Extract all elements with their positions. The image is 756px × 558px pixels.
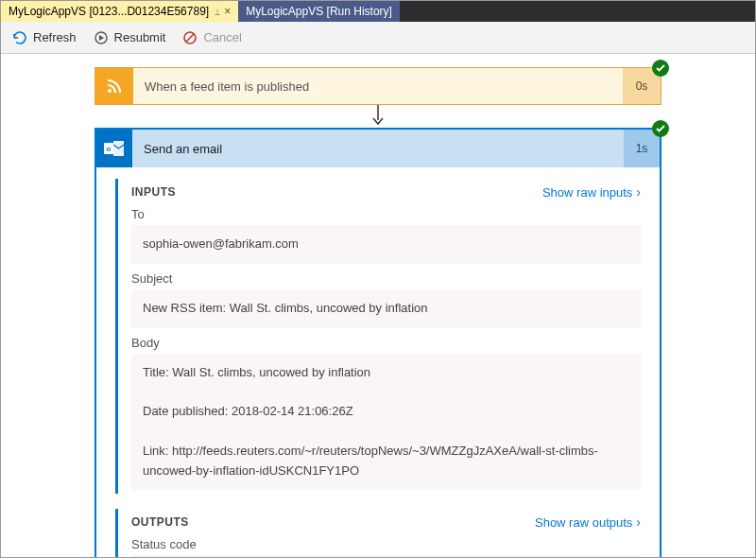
outlook-icon: o	[96, 130, 132, 167]
outputs-section: OUTPUTS Show raw outputs › Status code 2…	[115, 509, 641, 558]
resubmit-label: Resubmit	[114, 30, 166, 44]
tab-run-history[interactable]: MyLogicAppVS [Run History]	[238, 1, 400, 22]
trigger-card[interactable]: When a feed item is published 0s	[94, 67, 662, 105]
tab-label: MyLogicAppVS [Run History]	[246, 5, 392, 18]
show-raw-outputs-label: Show raw outputs	[535, 515, 632, 530]
refresh-label: Refresh	[33, 30, 77, 44]
body-label: Body	[131, 336, 641, 350]
refresh-icon	[12, 30, 27, 45]
pin-icon[interactable]: ⟂	[215, 7, 220, 17]
body-value: Title: Wall St. climbs, uncowed by infla…	[131, 354, 641, 491]
action-duration: 1s	[624, 130, 660, 167]
inputs-section: INPUTS Show raw inputs › To sophia-owen@…	[115, 179, 641, 494]
subject-label: Subject	[131, 271, 641, 286]
toolbar: Refresh Resubmit Cancel	[1, 22, 755, 54]
designer-canvas: When a feed item is published 0s o Send …	[1, 54, 755, 558]
resubmit-icon	[94, 30, 109, 45]
show-raw-inputs-link[interactable]: Show raw inputs ›	[542, 184, 641, 200]
connector-arrow	[1, 105, 755, 128]
show-raw-inputs-label: Show raw inputs	[542, 185, 632, 200]
close-icon[interactable]: ×	[224, 5, 231, 18]
resubmit-button[interactable]: Resubmit	[94, 30, 166, 45]
body-line: Title: Wall St. climbs, uncowed by infla…	[143, 363, 629, 383]
action-body: INPUTS Show raw inputs › To sophia-owen@…	[96, 167, 660, 558]
rss-icon	[95, 68, 133, 104]
trigger-title: When a feed item is published	[133, 68, 623, 104]
tab-label: MyLogicAppVS [0123...D01234E56789]	[9, 5, 209, 18]
action-header[interactable]: o Send an email 1s	[96, 130, 660, 167]
outputs-title: OUTPUTS	[131, 515, 189, 529]
inputs-title: INPUTS	[131, 185, 176, 199]
tab-run-details[interactable]: MyLogicAppVS [0123...D01234E56789] ⟂ ×	[1, 1, 238, 22]
action-title: Send an email	[132, 130, 624, 167]
svg-text:o: o	[107, 145, 112, 153]
chevron-right-icon: ›	[636, 184, 641, 200]
cancel-icon	[182, 30, 198, 45]
body-line: Link: http://feeds.reuters.com/~r/reuter…	[143, 442, 629, 481]
tab-strip: MyLogicAppVS [0123...D01234E56789] ⟂ × M…	[1, 1, 755, 22]
svg-line-2	[186, 34, 194, 42]
svg-point-4	[108, 89, 112, 93]
action-card[interactable]: o Send an email 1s INPUTS Show raw input…	[94, 128, 662, 558]
chevron-right-icon: ›	[636, 514, 641, 530]
subject-value: New RSS item: Wall St. climbs, uncowed b…	[131, 289, 641, 328]
to-label: To	[131, 207, 641, 221]
cancel-label: Cancel	[203, 30, 241, 44]
cancel-button: Cancel	[182, 30, 241, 45]
status-code-label: Status code	[131, 537, 641, 551]
refresh-button[interactable]: Refresh	[12, 30, 77, 45]
to-value: sophia-owen@fabrikam.com	[131, 225, 641, 264]
body-line: Date published: 2018-02-14 21:06:26Z	[143, 402, 629, 422]
status-badge-success	[652, 120, 669, 137]
show-raw-outputs-link[interactable]: Show raw outputs ›	[535, 514, 641, 530]
status-badge-success	[652, 60, 669, 77]
